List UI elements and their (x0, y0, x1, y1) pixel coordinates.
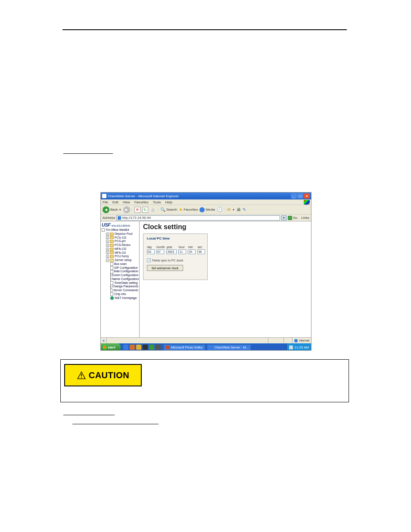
mail-dropdown-icon[interactable]: ▼ (232, 208, 235, 211)
print-button[interactable]: 🖶 (237, 207, 241, 212)
tree-item-isp-config[interactable]: ISP Configuration (110, 266, 138, 270)
expand-icon[interactable]: + (106, 236, 109, 239)
clock-fieldset: Local PC time day 03 month 07 year 2003 (143, 233, 208, 280)
collapse-icon[interactable]: − (106, 259, 109, 262)
tray-icon[interactable] (289, 345, 293, 349)
page-top-rule (62, 29, 347, 30)
refresh-button[interactable]: ↻ (142, 207, 148, 213)
tree-item-pcs-redox[interactable]: +PCS-Redox (106, 243, 138, 247)
ql-ie-icon[interactable] (123, 345, 128, 350)
page-icon (110, 277, 111, 281)
tree-label: Time/Date setting (114, 281, 138, 285)
tree-label: Bus scan (114, 262, 127, 266)
tree-item-pcu-fuzzy[interactable]: +PCU fuzzy (106, 255, 138, 258)
ql-icon[interactable] (143, 345, 148, 350)
address-input[interactable]: http://172.24.50.94 (116, 215, 280, 221)
input-year[interactable]: 2003 (166, 249, 177, 254)
expand-icon[interactable]: + (106, 248, 109, 251)
edit-button[interactable]: ✎ (243, 207, 246, 212)
tree-root[interactable]: TH-Office WebB4 (102, 228, 138, 232)
tree-item-server-setup[interactable]: −Server setup (106, 258, 138, 262)
root-label: TH-Office WebB4 (106, 228, 129, 232)
history-button[interactable]: 🕘 (217, 207, 223, 212)
status-done-icon: ◈ (101, 338, 107, 343)
expand-icon[interactable]: + (106, 255, 109, 258)
tree-item-server-cmd[interactable]: Server Commands (110, 289, 138, 292)
label-sec: sec (197, 246, 202, 249)
tree-item-mail-config[interactable]: Mail Configuration (110, 270, 138, 274)
star-icon: ★ (179, 207, 183, 212)
close-button[interactable]: ✕ (304, 193, 310, 199)
menu-favorites[interactable]: Favorites (134, 200, 149, 204)
address-label: Address (103, 216, 115, 220)
ie-throbber-icon (304, 200, 310, 205)
page-icon (110, 274, 111, 277)
tree-item-timedate[interactable]: Time/Date setting (110, 281, 138, 285)
tree-item-pcs-cl2[interactable]: +PCS-Cl2 (106, 236, 138, 240)
window-title: ChemWeb-Server - Microsoft Internet Expl… (108, 194, 291, 198)
start-icon (103, 345, 107, 349)
ql-icon[interactable] (136, 345, 141, 350)
back-dropdown-icon[interactable]: ▼ (119, 208, 121, 211)
tray-clock: 11:25 AM (294, 345, 309, 349)
go-button[interactable]: → Go (288, 216, 298, 220)
mail-button[interactable]: ✉ (227, 207, 230, 212)
tree-item-name-config[interactable]: Name Configuration (110, 277, 138, 281)
stop-button[interactable]: ✕ (134, 207, 140, 213)
task-icon (209, 345, 213, 349)
set-clock-button[interactable]: Set webserver clock (147, 265, 183, 271)
folder-icon (110, 233, 114, 236)
input-sec[interactable]: 58 (197, 249, 205, 254)
menu-tools[interactable]: Tools (153, 200, 161, 204)
tree-item-wt-home[interactable]: W&T Homepage (110, 296, 138, 300)
tree-label: MFA-Cl2 (115, 247, 126, 251)
menu-view[interactable]: View (123, 200, 130, 204)
tree-item-mfa-o2[interactable]: +MFA-O2 (106, 251, 138, 255)
expand-icon[interactable]: + (106, 240, 109, 243)
ql-icon[interactable] (156, 345, 161, 350)
tree-item-chip-info[interactable]: Chip info (110, 292, 138, 296)
minimize-button[interactable]: _ (291, 193, 297, 199)
task-photo-editor[interactable]: Microsoft Photo Editor (163, 344, 206, 351)
menu-edit[interactable]: Edit (112, 200, 118, 204)
ql-icon[interactable] (130, 345, 135, 350)
input-hour[interactable]: 11 (178, 249, 186, 254)
home-button[interactable]: ⌂ (150, 207, 156, 213)
sync-checkbox[interactable]: ✓ (147, 258, 151, 262)
input-month[interactable]: 07 (156, 249, 164, 254)
search-button[interactable]: 🔍 Search (160, 207, 177, 212)
expand-icon[interactable]: + (106, 244, 109, 247)
taskbar: start Microsoft Photo Editor ChemWeb-Ser… (101, 343, 311, 351)
tree-item-depolox[interactable]: +Depolox Pool (106, 232, 138, 236)
tree-label: ISP Configuration (114, 266, 138, 270)
task-chemweb[interactable]: ChemWeb-Server - M... (207, 344, 251, 351)
main-panel: Clock setting Local PC time day 03 month… (140, 221, 311, 337)
maximize-button[interactable]: □ (297, 193, 303, 199)
media-button[interactable]: Media (199, 207, 215, 212)
tree-item-pcs-ph[interactable]: +PCS-pH (106, 240, 138, 243)
folder-icon (110, 244, 114, 247)
tree-item-mfa-cl2[interactable]: +MFA-Cl2 (106, 247, 138, 251)
links-label[interactable]: Links (301, 216, 309, 220)
favorites-button[interactable]: ★ Favorites (179, 207, 198, 212)
tree-item-change-pw[interactable]: Change Passwords (110, 285, 138, 289)
input-min[interactable]: 25 (188, 249, 196, 254)
address-dropdown[interactable]: ▾ (281, 215, 286, 221)
tree-label: PCS-Cl2 (115, 236, 126, 240)
expand-icon[interactable]: + (106, 233, 109, 236)
label-min: min (188, 246, 193, 249)
input-day[interactable]: 03 (147, 249, 155, 254)
menu-help[interactable]: Help (165, 200, 172, 204)
section-underline-3 (72, 423, 159, 424)
back-button[interactable]: ◄ Back ▼ (103, 206, 121, 213)
tree-item-event-config[interactable]: Event Configuration (110, 274, 138, 277)
page-icon (110, 270, 113, 274)
menu-file[interactable]: File (103, 200, 108, 204)
forward-button[interactable]: ► (123, 206, 130, 213)
start-button[interactable]: start (101, 343, 121, 351)
page-icon (110, 266, 113, 270)
col-min: min 25 (188, 246, 196, 254)
tree-item-bus-scan[interactable]: Bus scan (110, 262, 138, 266)
expand-icon[interactable]: + (106, 251, 109, 254)
ql-icon[interactable] (149, 345, 154, 350)
